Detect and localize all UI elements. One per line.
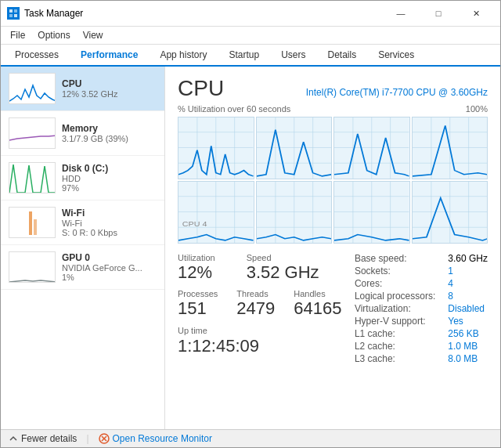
chevron-up-icon (9, 434, 18, 443)
bottom-bar: Fewer details | Open Resource Monitor (1, 429, 500, 447)
wifi-sidebar-name: Wi-Fi (62, 208, 157, 219)
fewer-details-button[interactable]: Fewer details (9, 433, 77, 444)
info-key-6: L1 cache: (355, 328, 435, 339)
cpu-sidebar-detail: 12% 3.52 GHz (62, 89, 157, 99)
tab-details[interactable]: Details (316, 45, 367, 65)
processes-value: 151 (178, 298, 218, 319)
stats-row-1: Utilization 12% Speed 3.52 GHz (178, 253, 355, 283)
tabs-bar: Processes Performance App history Startu… (1, 45, 500, 67)
speed-stat: Speed 3.52 GHz (247, 253, 319, 283)
disk-sidebar-name: Disk 0 (C:) (62, 163, 157, 174)
monitor-icon (99, 433, 110, 444)
window-title: Task Manager (24, 8, 83, 19)
svg-rect-0 (9, 9, 13, 13)
info-key-8: L3 cache: (355, 353, 435, 364)
sidebar-item-gpu[interactable]: GPU 0 NVIDIA GeForce G... 1% (1, 245, 164, 290)
title-bar: Task Manager — □ ✕ (1, 1, 500, 27)
minimize-button[interactable]: — (383, 5, 419, 21)
sidebar-item-wifi[interactable]: Wi-Fi Wi-Fi S: 0 R: 0 Kbps (1, 201, 164, 245)
threads-label: Threads (236, 289, 275, 298)
speed-label: Speed (247, 253, 319, 262)
disk-mini-graph (9, 162, 56, 193)
cpu-sidebar-name: CPU (62, 78, 157, 89)
processes-count: Processes 151 (178, 289, 218, 319)
tab-processes[interactable]: Processes (4, 45, 70, 65)
util-percent-label: 100% (466, 104, 488, 114)
util-label-row: % Utilization over 60 seconds 100% (178, 104, 488, 114)
threads-count: Threads 2479 (236, 289, 275, 319)
tab-app-history[interactable]: App history (149, 45, 218, 65)
info-val-0: 3.60 GHz (448, 253, 488, 264)
util-label-text: % Utilization over 60 seconds (178, 104, 290, 114)
disk-sidebar-detail2: HDD (62, 174, 157, 183)
uptime-value: 1:12:45:09 (178, 336, 355, 356)
tab-startup[interactable]: Startup (218, 45, 270, 65)
cpu-header: CPU Intel(R) Core(TM) i7-7700 CPU @ 3.60… (178, 76, 488, 101)
svg-rect-9 (34, 219, 37, 235)
cpu-graph-2 (256, 117, 333, 179)
open-resource-monitor-link[interactable]: Open Resource Monitor (99, 433, 212, 444)
sidebar-item-cpu[interactable]: CPU 12% 3.52 GHz (1, 67, 164, 111)
task-manager-window: Task Manager — □ ✕ File Options View Pro… (0, 0, 501, 448)
cpu-sidebar-info: CPU 12% 3.52 GHz (62, 78, 157, 99)
cpu-graph-6 (256, 181, 333, 244)
counts-row: Processes 151 Threads 2479 Handles 64165 (178, 289, 355, 319)
speed-value: 3.52 GHz (247, 262, 319, 283)
cpu-graph-8 (412, 181, 488, 244)
tab-services[interactable]: Services (367, 45, 425, 65)
cpu-graph-4 (412, 117, 488, 179)
gpu-sidebar-detail: 1% (62, 273, 157, 282)
open-monitor-label: Open Resource Monitor (113, 433, 212, 444)
gpu-sidebar-detail2: NVIDIA GeForce G... (62, 263, 157, 273)
svg-rect-3 (14, 14, 17, 17)
tab-users[interactable]: Users (270, 45, 316, 65)
wifi-sidebar-info: Wi-Fi Wi-Fi S: 0 R: 0 Kbps (62, 208, 157, 237)
svg-rect-5 (9, 118, 56, 149)
stats-right: Base speed: 3.60 GHz Sockets: 1 Cores: 4… (355, 253, 488, 366)
gpu-sidebar-info: GPU 0 NVIDIA GeForce G... 1% (62, 252, 157, 282)
maximize-button[interactable]: □ (420, 5, 456, 21)
uptime-block: Up time 1:12:45:09 (178, 325, 355, 356)
processes-label: Processes (178, 289, 218, 298)
menu-bar: File Options View (1, 27, 500, 45)
menu-view[interactable]: View (77, 28, 110, 42)
menu-file[interactable]: File (4, 28, 31, 42)
info-key-7: L2 cache: (355, 341, 435, 352)
gpu-sidebar-name: GPU 0 (62, 252, 157, 263)
cpu-graph-5: CPU 4 (178, 181, 254, 244)
info-val-4: Disabled (448, 303, 488, 314)
sidebar-item-memory[interactable]: Memory 3.1/7.9 GB (39%) (1, 111, 164, 156)
fewer-details-label: Fewer details (21, 433, 77, 444)
svg-rect-2 (9, 14, 13, 17)
app-icon (7, 7, 20, 20)
cpu-graph-7 (333, 181, 410, 244)
info-val-3: 8 (448, 291, 488, 302)
memory-sidebar-info: Memory 3.1/7.9 GB (39%) (62, 123, 157, 143)
cpu-graph-3 (333, 117, 410, 179)
info-key-4: Virtualization: (355, 303, 435, 314)
memory-sidebar-name: Memory (62, 123, 157, 134)
cpu-mini-graph (9, 73, 56, 104)
title-bar-left: Task Manager (7, 7, 83, 20)
svg-text:CPU 4: CPU 4 (182, 220, 207, 228)
sidebar-item-disk[interactable]: Disk 0 (C:) HDD 97% (1, 156, 164, 201)
wifi-sidebar-detail2: Wi-Fi (62, 219, 157, 228)
info-val-7: 1.0 MB (448, 341, 488, 352)
info-val-6: 256 KB (448, 328, 488, 339)
performance-main-panel: CPU Intel(R) Core(TM) i7-7700 CPU @ 3.60… (165, 67, 500, 429)
close-button[interactable]: ✕ (458, 5, 494, 21)
memory-sidebar-detail: 3.1/7.9 GB (39%) (62, 134, 157, 143)
stats-left: Utilization 12% Speed 3.52 GHz Processes… (178, 253, 355, 366)
handles-count: Handles 64165 (294, 289, 341, 319)
tab-performance[interactable]: Performance (70, 45, 149, 67)
cpu-graphs-grid: CPU 4 (178, 117, 488, 244)
stats-info-row: Utilization 12% Speed 3.52 GHz Processes… (178, 253, 488, 366)
memory-mini-graph (9, 117, 56, 149)
threads-value: 2479 (236, 298, 275, 319)
svg-rect-1 (14, 9, 17, 13)
info-key-1: Sockets: (355, 266, 435, 276)
handles-label: Handles (294, 289, 341, 298)
info-val-5: Yes (448, 316, 488, 327)
menu-options[interactable]: Options (31, 28, 76, 42)
sidebar: CPU 12% 3.52 GHz Memory 3.1/7.9 GB (39%) (1, 67, 165, 429)
